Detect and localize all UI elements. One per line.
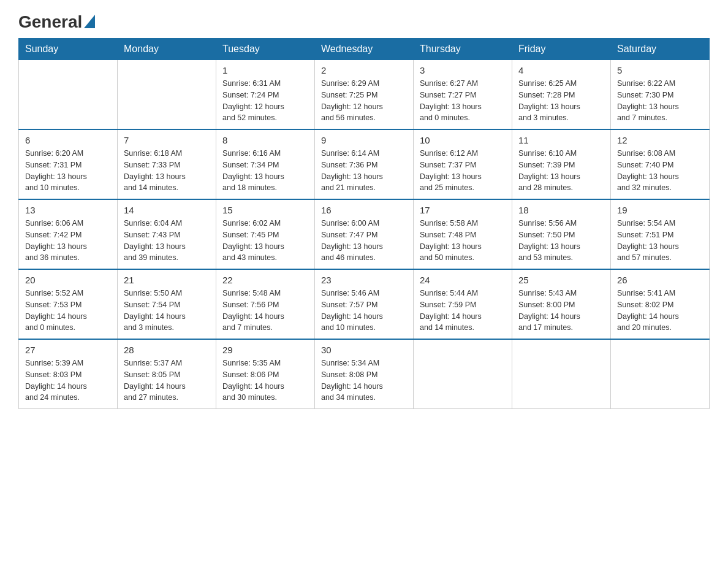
day-number: 10 (420, 135, 506, 145)
day-info: Sunrise: 6:12 AMSunset: 7:37 PMDaylight:… (420, 148, 506, 194)
calendar-cell: 12Sunrise: 6:08 AMSunset: 7:40 PMDayligh… (611, 129, 710, 199)
day-info: Sunrise: 6:08 AMSunset: 7:40 PMDaylight:… (617, 148, 703, 194)
day-info: Sunrise: 6:18 AMSunset: 7:33 PMDaylight:… (124, 148, 210, 194)
calendar-cell: 21Sunrise: 5:50 AMSunset: 7:54 PMDayligh… (118, 269, 216, 339)
day-number: 20 (25, 275, 111, 285)
day-info: Sunrise: 6:16 AMSunset: 7:34 PMDaylight:… (222, 148, 308, 194)
calendar-cell (512, 339, 611, 409)
calendar-cell: 10Sunrise: 6:12 AMSunset: 7:37 PMDayligh… (414, 129, 512, 199)
day-number: 22 (222, 275, 308, 285)
calendar-week-row: 1Sunrise: 6:31 AMSunset: 7:24 PMDaylight… (19, 60, 710, 130)
calendar-cell: 7Sunrise: 6:18 AMSunset: 7:33 PMDaylight… (118, 129, 216, 199)
calendar-cell: 26Sunrise: 5:41 AMSunset: 8:02 PMDayligh… (611, 269, 710, 339)
day-info: Sunrise: 6:22 AMSunset: 7:30 PMDaylight:… (617, 78, 703, 124)
calendar-cell: 3Sunrise: 6:27 AMSunset: 7:27 PMDaylight… (414, 60, 512, 130)
weekday-header-saturday: Saturday (611, 39, 710, 60)
day-number: 14 (124, 205, 210, 215)
logo: General (18, 12, 95, 32)
day-number: 25 (518, 275, 604, 285)
day-number: 26 (617, 275, 703, 285)
calendar-cell (414, 339, 512, 409)
day-number: 7 (124, 135, 210, 145)
day-number: 21 (124, 275, 210, 285)
day-info: Sunrise: 6:06 AMSunset: 7:42 PMDaylight:… (25, 218, 111, 264)
calendar-cell (611, 339, 710, 409)
calendar-cell: 1Sunrise: 6:31 AMSunset: 7:24 PMDaylight… (216, 60, 315, 130)
calendar-week-row: 27Sunrise: 5:39 AMSunset: 8:03 PMDayligh… (19, 339, 710, 409)
calendar-header-row: SundayMondayTuesdayWednesdayThursdayFrid… (19, 39, 710, 60)
calendar-cell: 8Sunrise: 6:16 AMSunset: 7:34 PMDaylight… (216, 129, 315, 199)
day-info: Sunrise: 6:29 AMSunset: 7:25 PMDaylight:… (321, 78, 407, 124)
weekday-header-wednesday: Wednesday (315, 39, 414, 60)
day-info: Sunrise: 5:41 AMSunset: 8:02 PMDaylight:… (617, 288, 703, 334)
calendar-cell: 23Sunrise: 5:46 AMSunset: 7:57 PMDayligh… (315, 269, 414, 339)
day-info: Sunrise: 5:44 AMSunset: 7:59 PMDaylight:… (420, 288, 506, 334)
day-number: 23 (321, 275, 407, 285)
day-info: Sunrise: 6:04 AMSunset: 7:43 PMDaylight:… (124, 218, 210, 264)
day-info: Sunrise: 6:27 AMSunset: 7:27 PMDaylight:… (420, 78, 506, 124)
day-number: 1 (222, 65, 308, 75)
day-number: 18 (518, 205, 604, 215)
day-number: 19 (617, 205, 703, 215)
calendar-cell: 24Sunrise: 5:44 AMSunset: 7:59 PMDayligh… (414, 269, 512, 339)
day-info: Sunrise: 5:50 AMSunset: 7:54 PMDaylight:… (124, 288, 210, 334)
calendar-cell: 9Sunrise: 6:14 AMSunset: 7:36 PMDaylight… (315, 129, 414, 199)
day-number: 8 (222, 135, 308, 145)
day-info: Sunrise: 5:54 AMSunset: 7:51 PMDaylight:… (617, 218, 703, 264)
day-info: Sunrise: 6:02 AMSunset: 7:45 PMDaylight:… (222, 218, 308, 264)
day-number: 9 (321, 135, 407, 145)
calendar-cell: 4Sunrise: 6:25 AMSunset: 7:28 PMDaylight… (512, 60, 611, 130)
calendar-cell: 16Sunrise: 6:00 AMSunset: 7:47 PMDayligh… (315, 199, 414, 269)
calendar-week-row: 13Sunrise: 6:06 AMSunset: 7:42 PMDayligh… (19, 199, 710, 269)
day-number: 28 (124, 345, 210, 355)
calendar-cell: 11Sunrise: 6:10 AMSunset: 7:39 PMDayligh… (512, 129, 611, 199)
calendar-table: SundayMondayTuesdayWednesdayThursdayFrid… (18, 38, 710, 409)
day-number: 4 (518, 65, 604, 75)
day-info: Sunrise: 5:34 AMSunset: 8:08 PMDaylight:… (321, 358, 407, 404)
day-info: Sunrise: 5:58 AMSunset: 7:48 PMDaylight:… (420, 218, 506, 264)
day-number: 15 (222, 205, 308, 215)
day-info: Sunrise: 5:56 AMSunset: 7:50 PMDaylight:… (518, 218, 604, 264)
calendar-cell: 2Sunrise: 6:29 AMSunset: 7:25 PMDaylight… (315, 60, 414, 130)
calendar-cell (19, 60, 118, 130)
day-number: 3 (420, 65, 506, 75)
weekday-header-thursday: Thursday (414, 39, 512, 60)
day-info: Sunrise: 6:14 AMSunset: 7:36 PMDaylight:… (321, 148, 407, 194)
logo-triangle-icon (84, 15, 95, 31)
day-info: Sunrise: 6:25 AMSunset: 7:28 PMDaylight:… (518, 78, 604, 124)
calendar-cell: 14Sunrise: 6:04 AMSunset: 7:43 PMDayligh… (118, 199, 216, 269)
day-info: Sunrise: 5:46 AMSunset: 7:57 PMDaylight:… (321, 288, 407, 334)
logo-general-text: General (18, 12, 82, 32)
calendar-cell: 13Sunrise: 6:06 AMSunset: 7:42 PMDayligh… (19, 199, 118, 269)
day-number: 11 (518, 135, 604, 145)
calendar-cell: 22Sunrise: 5:48 AMSunset: 7:56 PMDayligh… (216, 269, 315, 339)
day-number: 24 (420, 275, 506, 285)
svg-marker-0 (84, 15, 95, 28)
day-number: 17 (420, 205, 506, 215)
calendar-cell: 20Sunrise: 5:52 AMSunset: 7:53 PMDayligh… (19, 269, 118, 339)
calendar-cell: 17Sunrise: 5:58 AMSunset: 7:48 PMDayligh… (414, 199, 512, 269)
day-number: 29 (222, 345, 308, 355)
calendar-week-row: 6Sunrise: 6:20 AMSunset: 7:31 PMDaylight… (19, 129, 710, 199)
day-info: Sunrise: 5:35 AMSunset: 8:06 PMDaylight:… (222, 358, 308, 404)
day-number: 2 (321, 65, 407, 75)
day-number: 30 (321, 345, 407, 355)
weekday-header-sunday: Sunday (19, 39, 118, 60)
calendar-cell: 30Sunrise: 5:34 AMSunset: 8:08 PMDayligh… (315, 339, 414, 409)
day-number: 16 (321, 205, 407, 215)
day-number: 27 (25, 345, 111, 355)
page-header: General (18, 12, 710, 32)
calendar-cell: 19Sunrise: 5:54 AMSunset: 7:51 PMDayligh… (611, 199, 710, 269)
day-info: Sunrise: 6:00 AMSunset: 7:47 PMDaylight:… (321, 218, 407, 264)
day-info: Sunrise: 5:39 AMSunset: 8:03 PMDaylight:… (25, 358, 111, 404)
day-number: 12 (617, 135, 703, 145)
weekday-header-monday: Monday (118, 39, 216, 60)
day-info: Sunrise: 6:31 AMSunset: 7:24 PMDaylight:… (222, 78, 308, 124)
day-info: Sunrise: 5:37 AMSunset: 8:05 PMDaylight:… (124, 358, 210, 404)
calendar-cell: 6Sunrise: 6:20 AMSunset: 7:31 PMDaylight… (19, 129, 118, 199)
day-info: Sunrise: 6:10 AMSunset: 7:39 PMDaylight:… (518, 148, 604, 194)
calendar-cell: 5Sunrise: 6:22 AMSunset: 7:30 PMDaylight… (611, 60, 710, 130)
day-info: Sunrise: 5:48 AMSunset: 7:56 PMDaylight:… (222, 288, 308, 334)
weekday-header-tuesday: Tuesday (216, 39, 315, 60)
day-number: 13 (25, 205, 111, 215)
